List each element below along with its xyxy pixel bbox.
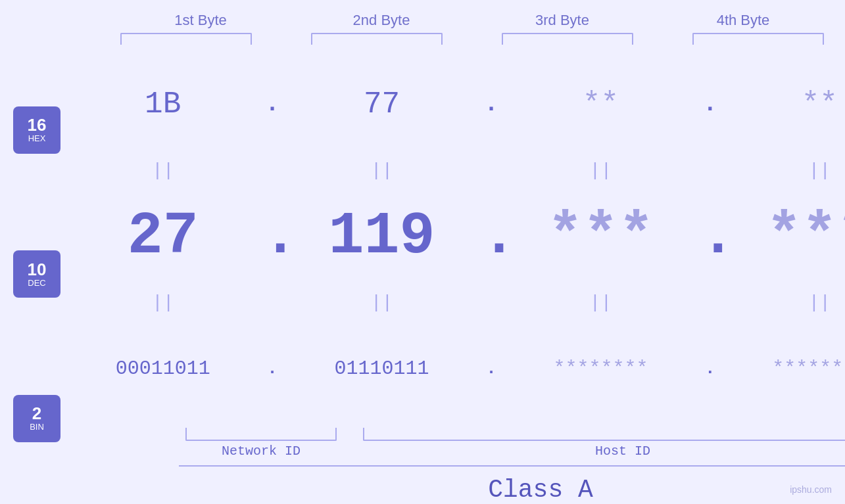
bin-dot-2: . xyxy=(481,359,501,378)
dec-byte-4: *** xyxy=(754,203,845,270)
bottom-section: Network ID Host ID xyxy=(179,421,845,459)
dec-row: 27 . 119 . *** . *** xyxy=(80,183,845,289)
hex-dot-1: . xyxy=(262,91,282,118)
dec-byte-2: 119 xyxy=(316,203,448,270)
badge-hex: 16 HEX xyxy=(13,106,60,154)
bracket-4 xyxy=(692,33,824,45)
dec-dot-1: . xyxy=(262,203,282,270)
byte-header-4: 4th Byte xyxy=(664,12,822,29)
eq-1: || xyxy=(97,160,229,181)
hex-dot-3: . xyxy=(700,91,720,118)
bottom-brackets xyxy=(179,421,845,441)
equals-row-2: || || || || xyxy=(80,289,845,315)
hex-byte-1: 1B xyxy=(97,87,229,122)
dec-byte-1: 27 xyxy=(97,203,229,270)
watermark: ipshu.com xyxy=(790,484,832,495)
eq-4: || xyxy=(754,160,845,181)
id-labels: Network ID Host ID xyxy=(179,444,845,459)
byte-header-3: 3rd Byte xyxy=(483,12,641,29)
byte-header-1: 1st Byte xyxy=(122,12,279,29)
data-area: 1B . 77 . ** . ** || || || || 27 xyxy=(74,45,845,504)
badge-dec: 10 DEC xyxy=(13,250,60,298)
equals-row-1: || || || || xyxy=(80,157,845,183)
eq-2: || xyxy=(316,160,448,181)
bin-byte-2: 01110111 xyxy=(316,357,448,380)
hex-byte-3: ** xyxy=(535,87,666,122)
network-id-label: Network ID xyxy=(179,444,343,459)
bin-row: 00011011 . 01110111 . ******** . *******… xyxy=(80,315,845,421)
byte-header-2: 2nd Byte xyxy=(302,12,460,29)
bracket-2 xyxy=(311,33,443,45)
dec-dot-3: . xyxy=(700,203,720,270)
class-row: Class A xyxy=(179,465,845,504)
byte-headers: 1st Byte 2nd Byte 3rd Byte 4th Byte xyxy=(110,12,834,29)
main-area: 16 HEX 10 DEC 2 BIN 1B . 77 . ** . ** xyxy=(0,45,845,504)
host-id-label: Host ID xyxy=(343,444,845,459)
bracket-3 xyxy=(502,33,633,45)
hex-row: 1B . 77 . ** . ** xyxy=(80,51,845,157)
badge-bin: 2 BIN xyxy=(13,395,60,442)
eq2-3: || xyxy=(535,292,666,313)
bin-byte-4: ******** xyxy=(754,357,845,380)
host-bracket xyxy=(363,428,845,441)
bin-byte-1: 00011011 xyxy=(97,357,229,380)
bracket-1 xyxy=(120,33,252,45)
eq2-1: || xyxy=(97,292,229,313)
eq2-2: || xyxy=(316,292,448,313)
bin-byte-3: ******** xyxy=(535,357,666,380)
hex-dot-2: . xyxy=(481,91,501,118)
eq2-4: || xyxy=(754,292,845,313)
dec-byte-3: *** xyxy=(535,203,666,270)
network-bracket xyxy=(185,428,337,441)
eq-3: || xyxy=(535,160,666,181)
bin-dot-1: . xyxy=(262,359,282,378)
hex-byte-4: ** xyxy=(754,87,845,122)
dec-dot-2: . xyxy=(481,203,501,270)
labels-col: 16 HEX 10 DEC 2 BIN xyxy=(0,45,74,504)
top-brackets xyxy=(110,33,834,45)
class-label: Class A xyxy=(488,476,593,504)
hex-byte-2: 77 xyxy=(316,87,448,122)
main-container: 1st Byte 2nd Byte 3rd Byte 4th Byte 16 H… xyxy=(0,0,845,504)
bin-dot-3: . xyxy=(700,359,720,378)
